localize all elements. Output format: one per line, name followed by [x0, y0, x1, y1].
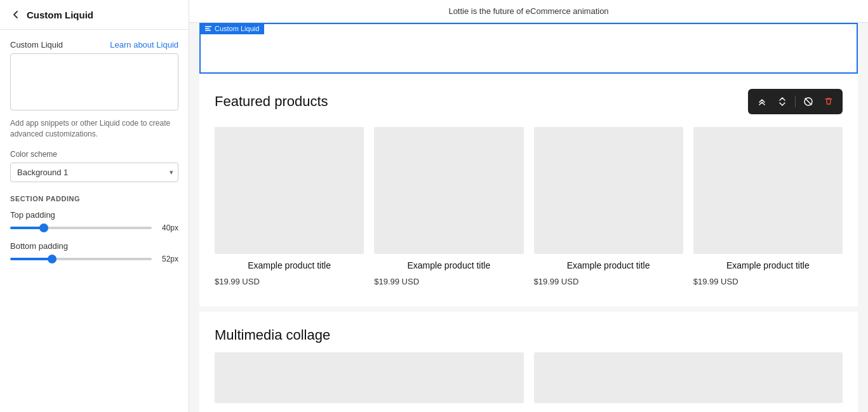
- product-card-3: Example product title $19.99 USD: [534, 127, 683, 286]
- product-name-2: Example product title: [374, 260, 523, 270]
- toolbar-move-up-button[interactable]: [753, 93, 771, 110]
- featured-products-section: Featured products: [199, 74, 858, 307]
- product-price-1: $19.99 USD: [215, 277, 364, 286]
- svg-rect-0: [205, 26, 211, 27]
- svg-rect-2: [205, 30, 211, 31]
- sidebar-header: Custom Liquid: [0, 0, 189, 30]
- products-grid: Example product title $19.99 USD Example…: [215, 127, 843, 286]
- product-price-3: $19.99 USD: [534, 277, 683, 286]
- multimedia-title: Multimedia collage: [215, 327, 843, 343]
- multimedia-placeholder-2: [534, 352, 843, 403]
- liquid-code-textarea[interactable]: [10, 53, 178, 110]
- bottom-padding-slider[interactable]: [10, 258, 152, 260]
- featured-products-title: Featured products: [215, 93, 328, 110]
- product-image-2: [374, 127, 523, 254]
- section-padding-heading: SECTION PADDING: [10, 195, 178, 203]
- multimedia-grid: [215, 352, 843, 403]
- back-button[interactable]: [10, 9, 22, 20]
- canvas-area: Custom Liquid Featured products: [189, 23, 868, 412]
- bottom-padding-value: 52px: [157, 255, 178, 263]
- top-padding-slider-row: 40px: [10, 223, 178, 232]
- bottom-padding-label: Bottom padding: [10, 241, 178, 251]
- top-padding-value: 40px: [157, 223, 178, 232]
- liquid-label: Custom Liquid: [10, 40, 63, 50]
- learn-link[interactable]: Learn about Liquid: [110, 40, 178, 50]
- product-name-3: Example product title: [534, 260, 683, 270]
- product-image-4: [693, 127, 843, 254]
- color-scheme-field: Color scheme Background 1 Background 2 I…: [10, 150, 178, 182]
- top-padding-label: Top padding: [10, 210, 178, 220]
- top-banner: Lottie is the future of eCommerce animat…: [189, 0, 868, 23]
- section-title-row: Featured products: [215, 89, 843, 114]
- svg-rect-1: [205, 28, 210, 29]
- toolbar-delete-button[interactable]: [820, 93, 838, 110]
- color-scheme-select[interactable]: Background 1 Background 2 Inverse Accent…: [10, 163, 178, 182]
- banner-text: Lottie is the future of eCommerce animat…: [448, 6, 608, 16]
- toolbar-divider: [795, 96, 796, 107]
- top-padding-field: Top padding 40px: [10, 210, 178, 232]
- custom-liquid-block[interactable]: Custom Liquid: [199, 23, 858, 74]
- top-padding-slider[interactable]: [10, 227, 152, 229]
- product-price-2: $19.99 USD: [374, 277, 523, 286]
- product-image-1: [215, 127, 364, 254]
- liquid-label-row: Custom Liquid Learn about Liquid: [10, 40, 178, 50]
- multimedia-collage-section: Multimedia collage: [199, 312, 858, 412]
- product-card-4: Example product title $19.99 USD: [693, 127, 843, 286]
- section-toolbar: [748, 89, 843, 114]
- color-scheme-label: Color scheme: [10, 150, 178, 159]
- color-scheme-wrapper: Background 1 Background 2 Inverse Accent…: [10, 163, 178, 182]
- product-card-1: Example product title $19.99 USD: [215, 127, 364, 286]
- main-content: Lottie is the future of eCommerce animat…: [189, 0, 868, 412]
- product-price-4: $19.99 USD: [693, 277, 843, 286]
- toolbar-hide-button[interactable]: [799, 93, 817, 110]
- liquid-badge-icon: [204, 25, 212, 32]
- custom-liquid-badge: Custom Liquid: [199, 23, 264, 34]
- product-name-1: Example product title: [215, 260, 364, 270]
- toolbar-move-button[interactable]: [773, 93, 791, 110]
- bottom-padding-slider-row: 52px: [10, 255, 178, 263]
- multimedia-placeholder-1: [215, 352, 524, 403]
- product-image-3: [534, 127, 683, 254]
- sidebar-body: Custom Liquid Learn about Liquid Add app…: [0, 30, 189, 412]
- sidebar-title: Custom Liquid: [27, 10, 93, 20]
- bottom-padding-field: Bottom padding 52px: [10, 241, 178, 263]
- product-name-4: Example product title: [693, 260, 843, 270]
- liquid-hint: Add app snippets or other Liquid code to…: [10, 118, 178, 140]
- product-card-2: Example product title $19.99 USD: [374, 127, 523, 286]
- sidebar: Custom Liquid Custom Liquid Learn about …: [0, 0, 189, 412]
